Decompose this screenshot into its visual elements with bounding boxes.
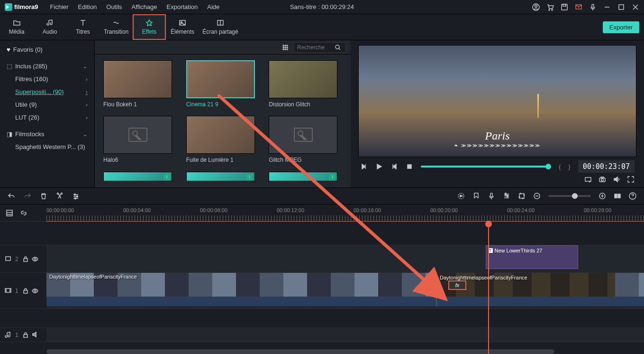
menu-exportation[interactable]: Exportation — [162, 0, 203, 13]
manage-tracks-icon[interactable] — [6, 209, 13, 217]
redo-icon[interactable] — [24, 192, 31, 200]
next-frame-icon[interactable] — [390, 163, 398, 170]
tab-titres[interactable]: Titres — [66, 14, 100, 40]
effect-flou-bokeh[interactable]: Flou Bokeh 1 — [103, 60, 177, 108]
visibility-icon[interactable] — [32, 255, 38, 263]
search-input[interactable] — [297, 44, 335, 51]
sidebar-superpositions[interactable]: Superpositi... (90) › — [0, 85, 94, 98]
message-icon[interactable] — [575, 3, 582, 11]
bracket-in-icon[interactable]: { — [559, 163, 561, 170]
menu-aide[interactable]: Aide — [202, 0, 224, 13]
snapshot-icon[interactable] — [599, 176, 606, 183]
lock-icon[interactable] — [22, 255, 28, 263]
menu-fichier[interactable]: Fichier — [45, 0, 73, 13]
tab-splitscreen[interactable]: Écran partagé — [199, 14, 242, 40]
visibility-icon[interactable] — [32, 287, 38, 295]
preview-progress[interactable] — [421, 166, 551, 168]
render-icon[interactable] — [457, 192, 465, 200]
search-box[interactable] — [294, 42, 346, 53]
lock-icon[interactable] — [22, 287, 28, 295]
zoom-out-icon[interactable] — [533, 192, 541, 200]
clip-audio-2[interactable] — [436, 297, 615, 306]
tab-media[interactable]: Média — [0, 14, 33, 40]
fullscreen-icon[interactable] — [627, 176, 635, 183]
tab-audio[interactable]: Audio — [33, 14, 66, 40]
effect-dl-2[interactable] — [186, 172, 260, 182]
effect-thumb — [186, 116, 255, 154]
sidebar-filtres[interactable]: Filtres (160) › — [0, 73, 94, 85]
volume-icon[interactable] — [613, 176, 620, 183]
minimize-icon[interactable] — [603, 3, 611, 11]
tab-transition[interactable]: Transition — [100, 14, 133, 40]
time-mark: 00:00:28:00 — [584, 207, 611, 213]
track-body-title[interactable]: T New LowerThirds 27 — [46, 245, 644, 272]
svg-rect-35 — [507, 195, 508, 197]
grid-view-icon[interactable] — [281, 44, 289, 51]
sidebar-lut[interactable]: LUT (26) › — [0, 111, 94, 124]
sidebar-favorites[interactable]: ♥Favoris (0) — [0, 43, 94, 56]
menu-affichage[interactable]: Affichage — [127, 0, 162, 13]
quality-icon[interactable] — [584, 176, 592, 183]
maximize-icon[interactable] — [617, 3, 625, 11]
voiceover-icon[interactable] — [488, 192, 495, 200]
help-icon[interactable] — [629, 192, 636, 200]
preview-video[interactable]: Paris ❧ ≫≫≫≫≫≫≫≫≫≫≫≫≫≫ — [358, 45, 636, 157]
timeline-scrollbar[interactable] — [46, 349, 644, 354]
sidebar-utile[interactable]: Utile (9) › — [0, 98, 94, 111]
bracket-out-icon[interactable]: } — [568, 163, 570, 170]
save-icon[interactable] — [561, 3, 568, 11]
link-icon[interactable] — [20, 209, 27, 217]
scrollbar-thumb[interactable] — [46, 349, 554, 354]
tab-effets[interactable]: Effets — [133, 14, 166, 40]
undo-icon[interactable] — [8, 192, 15, 200]
clip-lowerthirds[interactable]: T New LowerThirds 27 — [486, 245, 578, 269]
zoom-in-icon[interactable] — [599, 192, 606, 200]
lock-icon[interactable] — [22, 331, 28, 339]
mic-icon[interactable] — [589, 3, 597, 11]
effect-cinema-21-9[interactable]: Cinema 21 9 — [186, 60, 260, 108]
effect-dl-3[interactable] — [269, 172, 342, 182]
effect-distorsion-glitch[interactable]: Distorsion Glitch — [269, 60, 342, 108]
menu-edition[interactable]: Edition — [73, 0, 102, 13]
crop-icon[interactable] — [518, 192, 526, 200]
play-icon[interactable] — [375, 163, 383, 170]
music-icon — [46, 19, 54, 27]
sidebar-included[interactable]: ⬚Inclus (285) ⌄ — [0, 60, 94, 73]
folder-icon — [13, 19, 20, 27]
export-button[interactable]: Exporter — [603, 21, 639, 33]
effects-grid: Flou Bokeh 1 Cinema 21 9 Distorsion Glit… — [95, 55, 351, 187]
track-body-audio[interactable] — [46, 328, 644, 342]
playhead[interactable] — [488, 222, 489, 354]
effect-glitch-mpeg[interactable]: Glitch MPEG — [269, 116, 342, 164]
main-menu: Fichier Edition Outils Affichage Exporta… — [45, 0, 225, 13]
split-icon[interactable] — [56, 192, 63, 200]
account-icon[interactable] — [532, 3, 540, 11]
effect-dl-1[interactable] — [103, 172, 177, 182]
effect-fuite-lumiere[interactable]: Fuite de Lumière 1 — [186, 116, 260, 164]
effect-halo6[interactable]: Halo6 — [103, 116, 177, 164]
tab-elements[interactable]: Éléments — [166, 14, 199, 40]
titlebar-actions — [532, 3, 639, 11]
tab-media-label: Média — [9, 28, 25, 35]
effects-sidebar: ♥Favoris (0) ⬚Inclus (285) ⌄ Filtres (16… — [0, 40, 95, 187]
zoom-slider[interactable] — [548, 195, 591, 197]
track-title: 2 T New LowerThirds 27 — [0, 245, 644, 273]
mixer-icon[interactable] — [503, 192, 510, 200]
marker-icon[interactable] — [472, 192, 480, 200]
prev-frame-icon[interactable] — [360, 163, 368, 170]
close-icon[interactable] — [632, 3, 639, 11]
fx-badge[interactable]: fx — [448, 280, 466, 290]
sidebar-filmstocks[interactable]: ◨Filmstocks ⌄ — [0, 128, 94, 140]
chevron-down-icon: ⌄ — [82, 130, 88, 138]
delete-icon[interactable] — [40, 192, 47, 200]
adjust-icon[interactable] — [72, 192, 80, 200]
cart-icon[interactable] — [546, 3, 554, 11]
zoom-fit-icon[interactable] — [614, 192, 621, 200]
menu-outils[interactable]: Outils — [101, 0, 127, 13]
time-ruler[interactable]: 00:00:00:00 00:00:04:00 00:00:08:00 00:0… — [0, 205, 644, 222]
mute-icon[interactable] — [32, 331, 38, 339]
stop-icon[interactable] — [406, 163, 413, 170]
track-spacer — [0, 222, 644, 245]
sidebar-spaghetti[interactable]: Spaghetti Western P... (3) — [0, 140, 94, 153]
track-body-video[interactable]: DaytonighttimelapseofPariscityFrance Day… — [46, 273, 644, 308]
